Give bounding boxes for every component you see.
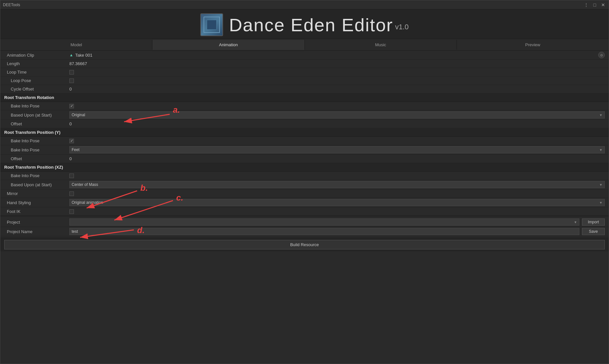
length-row: Length 87.36667 [0, 60, 609, 68]
cycle-offset-value: 0 [69, 87, 605, 91]
position-y-bake-checkbox[interactable] [69, 139, 74, 143]
cycle-offset-row: Cycle Offset 0 [0, 85, 609, 93]
animation-clip-value: Take 001 [75, 53, 598, 58]
rotation-bake-label: Bake Into Pose [4, 104, 69, 108]
project-name-input[interactable] [69, 228, 579, 235]
rotation-bake-checkbox[interactable] [69, 104, 74, 108]
hand-styling-value: Original animation [72, 200, 103, 205]
hand-styling-label: Hand Styling [4, 200, 69, 205]
animation-clip-row: Animation Clip ▲ Take 001 ⊙ [0, 51, 609, 60]
position-xz-based-label: Based Upon (at Start) [4, 182, 69, 187]
title-bar-controls: ⋮ □ ✕ [583, 2, 606, 7]
project-row: Project ▼ Import [0, 217, 609, 227]
bottom-section: Project ▼ Import Project Name Save [0, 216, 609, 238]
root-rotation-section-header: Root Transform Rotation [0, 93, 609, 102]
app-title: Dance Eden Editor [229, 15, 393, 35]
mirror-label: Mirror [4, 191, 69, 196]
hand-styling-dropdown[interactable]: Original animation ▼ [69, 199, 605, 206]
root-position-y-title: Root Transform Position (Y) [4, 130, 61, 135]
position-xz-based-arrow-icon: ▼ [599, 183, 602, 187]
position-y-offset-value: 0 [69, 156, 605, 161]
position-xz-based-value: Center of Mass [72, 182, 98, 187]
position-y-offset-label: Offset [4, 156, 69, 161]
animation-clip-label: Animation Clip [4, 53, 69, 58]
project-name-row: Project Name Save [0, 227, 609, 236]
position-y-bake-dropdown[interactable]: Feet ▼ [69, 146, 605, 153]
project-label: Project [4, 220, 69, 225]
root-position-y-section-header: Root Transform Position (Y) [0, 128, 609, 137]
position-y-bake-check-row: Bake Into Pose [0, 137, 609, 145]
loop-time-checkbox[interactable] [69, 70, 74, 75]
nav-bar: Model Animation Music Preview [0, 39, 609, 51]
hand-styling-row: Hand Styling Original animation ▼ [0, 198, 609, 207]
position-xz-based-row: Based Upon (at Start) Center of Mass ▼ [0, 180, 609, 189]
nav-animation[interactable]: Animation [152, 40, 304, 50]
position-xz-bake-checkbox[interactable] [69, 174, 74, 178]
app-version: v1.0 [395, 23, 409, 31]
animation-clip-settings-btn[interactable]: ⊙ [598, 52, 605, 58]
project-arrow-icon: ▼ [574, 220, 577, 224]
build-resource-button[interactable]: Build Resource [4, 240, 605, 249]
hand-styling-arrow-icon: ▼ [599, 201, 602, 204]
foot-ik-row: Foot IK [0, 207, 609, 216]
maximize-icon[interactable]: □ [592, 2, 598, 7]
rotation-offset-label: Offset [4, 121, 69, 126]
root-rotation-title: Root Transform Rotation [4, 95, 54, 100]
rotation-based-label: Based Upon (at Start) [4, 113, 69, 118]
window-title: DEETools [3, 3, 20, 7]
position-y-bake-dropdown-label: Bake Into Pose [4, 147, 69, 152]
menu-icon[interactable]: ⋮ [583, 2, 589, 7]
title-bar: DEETools ⋮ □ ✕ [0, 0, 609, 9]
import-button[interactable]: Import [582, 218, 605, 226]
content-area: Animation Clip ▲ Take 001 ⊙ Length 87.36… [0, 51, 609, 364]
position-xz-bake-row: Bake Into Pose [0, 172, 609, 180]
position-xz-bake-label: Bake Into Pose [4, 173, 69, 178]
cycle-offset-label: Cycle Offset [4, 87, 69, 91]
build-resource-row: Build Resource [0, 238, 609, 251]
rotation-based-row: Based Upon (at Start) Original ▼ [0, 110, 609, 120]
foot-ik-label: Foot IK [4, 209, 69, 214]
nav-preview[interactable]: Preview [457, 40, 609, 50]
foot-ik-checkbox[interactable] [69, 209, 74, 214]
save-button[interactable]: Save [582, 228, 605, 235]
logo-inner [204, 17, 220, 33]
loop-pose-row: Loop Pose [0, 77, 609, 85]
mirror-row: Mirror [0, 189, 609, 198]
root-position-xz-title: Root Transform Position (XZ) [4, 165, 63, 170]
window-frame: DEETools ⋮ □ ✕ Dance Eden Editorv1.0 Mod… [0, 0, 609, 364]
position-y-bake-value: Feet [72, 147, 79, 152]
rotation-based-arrow-icon: ▼ [599, 113, 602, 117]
project-dropdown[interactable]: ▼ [69, 218, 579, 226]
clip-icon: ▲ [69, 53, 73, 57]
length-value: 87.36667 [69, 61, 605, 66]
rotation-based-value: Original [72, 113, 85, 117]
loop-pose-label: Loop Pose [4, 78, 69, 83]
rotation-offset-row: Offset 0 [0, 120, 609, 128]
close-icon[interactable]: ✕ [600, 2, 606, 7]
loop-time-label: Loop Time [4, 70, 69, 75]
nav-music[interactable]: Music [305, 40, 457, 50]
position-y-bake-dropdown-row: Bake Into Pose Feet ▼ [0, 145, 609, 155]
nav-model[interactable]: Model [0, 40, 152, 50]
header-area: Dance Eden Editorv1.0 [0, 9, 609, 39]
length-label: Length [4, 61, 69, 66]
root-position-xz-section-header: Root Transform Position (XZ) [0, 163, 609, 172]
header-title-group: Dance Eden Editorv1.0 [229, 14, 409, 35]
loop-pose-checkbox[interactable] [69, 78, 74, 83]
position-y-offset-row: Offset 0 [0, 155, 609, 163]
logo-inner-inner [207, 20, 217, 30]
position-xz-based-dropdown[interactable]: Center of Mass ▼ [69, 181, 605, 188]
position-y-bake-arrow-icon: ▼ [599, 148, 602, 152]
rotation-based-dropdown[interactable]: Original ▼ [69, 111, 605, 119]
rotation-offset-value: 0 [69, 121, 605, 126]
loop-time-row: Loop Time [0, 68, 609, 77]
position-y-bake-check-label: Bake Into Pose [4, 138, 69, 143]
logo-image [200, 13, 223, 36]
project-name-label: Project Name [4, 229, 69, 234]
rotation-bake-row: Bake Into Pose [0, 102, 609, 110]
mirror-checkbox[interactable] [69, 191, 74, 196]
